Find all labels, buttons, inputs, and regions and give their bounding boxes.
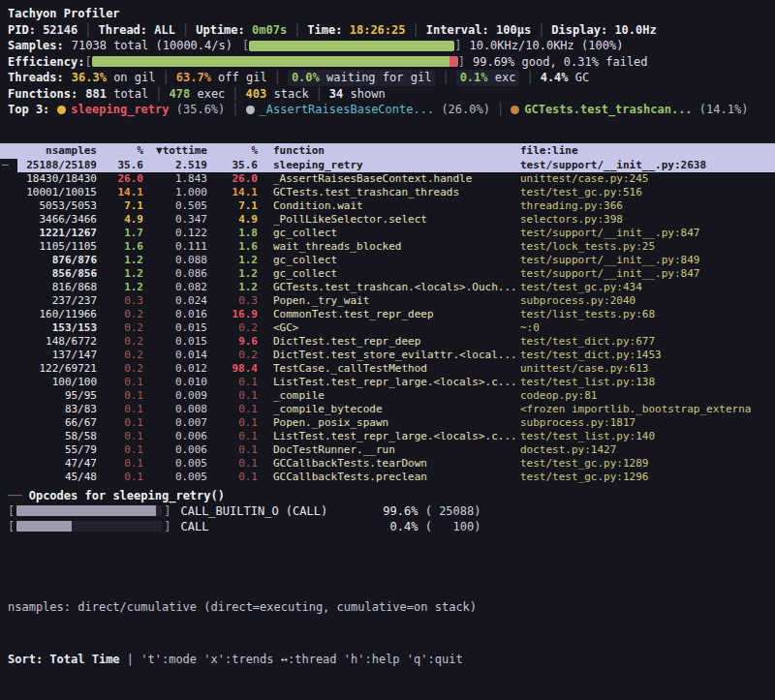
status-label: Uptime: [196, 22, 252, 39]
footer-help-nsamples: nsamples: direct/cumulative (direct=exec… [8, 598, 767, 616]
table-row[interactable]: 3466/34664.90.3474.9_PollLikeSelector.se… [0, 213, 775, 227]
nsamples-cell: 18430/18430 [17, 172, 97, 186]
pct-direct-cell: 0.1 [97, 376, 143, 389]
function-cell: _PollLikeSelector.select [273, 213, 520, 227]
selection-marker [0, 430, 17, 443]
function-cell: sleeping_retry [273, 159, 520, 172]
pct-cumulative-cell: 1.8 [207, 227, 258, 240]
functions-label: Functions: [8, 86, 78, 103]
function-cell: gc_collect [273, 227, 520, 240]
bracket-close: ] [164, 503, 170, 519]
col-gap [258, 443, 273, 457]
file-line-cell: threading.py:366 [520, 199, 775, 213]
thread-stat-pct: 36.3% [72, 71, 107, 84]
efficiency-good-fill [92, 56, 450, 67]
efficiency-failed-fill [450, 56, 458, 67]
top-function[interactable]: GCTests.test_trashcan... (14.1%) [511, 102, 748, 118]
table-row[interactable]: 816/8681.20.0821.2GCTests.test_trashcan.… [0, 281, 775, 294]
separator: │ [225, 102, 245, 118]
table-row[interactable]: 1221/12671.70.1221.8gc_collecttest/suppo… [0, 227, 775, 240]
table-row-selected[interactable]: ─25188/2518935.62.51935.6sleeping_retryt… [0, 159, 775, 172]
col-tottime-sorted[interactable]: ▼tottime [143, 143, 207, 159]
table-row[interactable]: 47/470.10.0050.1GCCallbackTests.tearDown… [0, 457, 775, 471]
separator: │ [287, 22, 307, 39]
col-nsamples[interactable]: nsamples [17, 143, 97, 159]
opcodes-title: Opcodes for sleeping_retry() [29, 489, 225, 502]
table-row[interactable]: 237/2370.30.0240.3Popen._try_waitsubproc… [0, 294, 775, 308]
top-function-pct: (14.1%) [693, 102, 749, 118]
pct-cumulative-cell: 14.1 [207, 186, 258, 199]
table-row[interactable]: 122/697210.20.01298.4TestCase._callTestM… [0, 362, 775, 376]
status-value: 52146 [43, 22, 78, 39]
efficiency-bar: [ ] [84, 54, 464, 71]
tottime-cell: 1.000 [143, 186, 207, 199]
col-function[interactable]: function [273, 143, 520, 159]
col-file-line[interactable]: file:line [520, 143, 775, 159]
col-gap [258, 199, 273, 213]
function-cell: Condition.wait [273, 199, 520, 213]
table-row[interactable]: 95/950.10.0090.1_compilecodeop.py:81 [0, 389, 775, 403]
table-row[interactable]: 10001/1001514.11.00014.1GCTests.test_tra… [0, 186, 775, 199]
opcode-bar-fill [16, 521, 72, 532]
status-bar: PID: 52146│Thread: ALL│Uptime: 0m07s│Tim… [8, 22, 767, 39]
separator: │ [148, 86, 169, 103]
top-function[interactable]: _AssertRaisesBaseConte... (26.0%) [246, 102, 490, 118]
table-row[interactable]: 45/480.10.0050.1GCCallbackTests.preclean… [0, 471, 775, 484]
pct-cumulative-cell: 1.2 [207, 281, 258, 294]
col-gap [258, 389, 273, 403]
samples-bar-track [249, 41, 454, 51]
table-row[interactable]: 876/8761.20.0881.2gc_collecttest/support… [0, 254, 775, 267]
pct-direct-cell: 0.1 [97, 416, 143, 430]
gold-medal-icon [57, 106, 66, 114]
function-cell: GCTests.test_trashcan_threads [273, 186, 520, 199]
table-row[interactable]: 856/8561.20.0861.2gc_collecttest/support… [0, 267, 775, 281]
samples-bar-fill [249, 41, 454, 51]
samples-label: Samples: [8, 38, 64, 54]
header-section: Tachyon Profiler PID: 52146│Thread: ALL│… [0, 0, 775, 118]
table-row[interactable]: 18430/1843026.01.84326.0_AssertRaisesBas… [0, 172, 775, 186]
table-row[interactable]: 55/790.10.0060.1DocTestRunner.__rundocte… [0, 443, 775, 457]
table-row[interactable]: 1105/11051.60.1111.6wait_threads_blocked… [0, 240, 775, 254]
table-row[interactable]: 160/119660.20.01616.9CommonTest.test_rep… [0, 308, 775, 321]
table-row[interactable]: 5053/50537.10.5057.1Condition.waitthread… [0, 199, 775, 213]
opcode-bar-fill [16, 505, 156, 516]
separator: │ [435, 70, 455, 86]
bronze-medal-icon [511, 106, 519, 114]
file-line-cell: test/test_dict.py:677 [520, 335, 775, 349]
pct-direct-cell: 0.2 [97, 362, 143, 376]
file-line-cell: test/support/__init__.py:847 [520, 227, 775, 240]
separator: │ [156, 70, 176, 86]
file-line-cell: test/support/__init__.py:849 [520, 254, 775, 267]
pct-cumulative-cell: 0.1 [207, 443, 258, 457]
col-gap [258, 281, 273, 294]
table-row[interactable]: 148/67720.20.0159.6DictTest.test_repr_de… [0, 335, 775, 349]
bracket-open: [ [242, 38, 249, 54]
table-row[interactable]: 58/580.10.0060.1ListTest.test_repr_large… [0, 430, 775, 443]
col-pct-cumulative[interactable]: % [207, 143, 258, 159]
table-row[interactable]: 83/830.10.0080.1_compile_bytecode<frozen… [0, 403, 775, 416]
pct-direct-cell: 0.2 [97, 349, 143, 362]
col-gap [258, 227, 273, 240]
pct-cumulative-cell: 0.2 [207, 321, 258, 335]
file-line-cell: test/support/__init__.py:847 [520, 267, 775, 281]
file-line-cell: test/test_gc.py:1289 [520, 457, 775, 471]
function-cell: wait_threads_blocked [273, 240, 520, 254]
bracket-open: [ [84, 54, 91, 71]
pct-cumulative-cell: 1.6 [207, 240, 258, 254]
table-row[interactable]: 100/1000.10.0100.1ListTest.test_repr_lar… [0, 376, 775, 389]
selection-marker: ─ [0, 159, 17, 172]
nsamples-cell: 55/79 [17, 443, 97, 457]
table-row[interactable]: 66/670.10.0070.1Popen._posix_spawnsubpro… [0, 416, 775, 430]
table-row[interactable]: 153/1530.20.0150.2<GC>~:0 [0, 321, 775, 335]
pct-direct-cell: 26.0 [97, 172, 143, 186]
tottime-cell: 0.015 [143, 321, 207, 335]
status-label: PID: [8, 22, 43, 39]
col-pct-direct[interactable]: % [97, 143, 143, 159]
opcode-bar [16, 521, 162, 532]
selection-marker [0, 186, 17, 199]
tottime-cell: 0.505 [143, 199, 207, 213]
status-label: Thread: [98, 22, 154, 39]
table-row[interactable]: 137/1470.20.0140.2DictTest.test_store_ev… [0, 349, 775, 362]
top-function[interactable]: sleeping_retry (35.6%) [57, 102, 225, 118]
pct-cumulative-cell: 98.4 [207, 362, 258, 376]
